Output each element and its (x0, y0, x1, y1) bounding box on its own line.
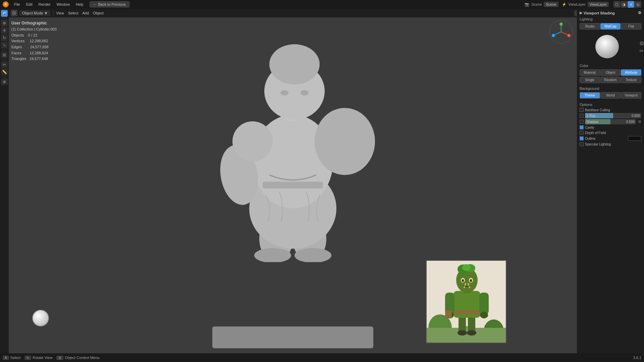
outline-color-picker[interactable] (628, 136, 641, 141)
gizmo-circle[interactable]: Y X Z (549, 20, 573, 44)
select-menu[interactable]: Select (68, 11, 78, 15)
specular-lighting-label: Specular Lighting (585, 142, 611, 146)
color-attribute-btn[interactable]: Attribute (621, 69, 641, 76)
menu-render[interactable]: Render (36, 2, 53, 7)
background-section: Background Theme World Viewport (577, 85, 644, 99)
svg-point-1 (13, 12, 15, 14)
mode-dropdown-icon: ▼ (44, 11, 48, 15)
shadow-bar[interactable]: Shadow 0.500 (585, 119, 636, 124)
color-random-btn[interactable]: Random (600, 77, 621, 83)
menu-file[interactable]: File (11, 2, 23, 7)
back-to-previous-button[interactable]: ← Back to Previous (90, 1, 130, 7)
version-label: 3.6.1 (633, 356, 641, 360)
rotate-tool[interactable]: ↻ (1, 35, 8, 41)
view-menu[interactable]: View (56, 11, 64, 15)
svg-point-25 (269, 44, 320, 84)
rotate-status: ↻ Rotate View (24, 356, 52, 360)
lighting-studio-btn[interactable]: Studio (580, 23, 600, 29)
lighting-btn-group: Studio MatCap Flat (580, 23, 641, 29)
context-status: ☰ Object Context Menu (56, 356, 99, 360)
background-viewport-btn[interactable]: Viewport (621, 92, 641, 99)
measure-tool[interactable]: 📏 (1, 69, 8, 75)
color-material-btn[interactable]: Material (580, 69, 600, 76)
object-mode-button[interactable]: Object Mode ▼ (19, 10, 50, 16)
sphere-collapse-icon[interactable]: ⇔ (639, 48, 644, 53)
collection-label: (1) Collection | Cylinder.003 (11, 26, 57, 33)
viewport-gizmo[interactable]: Y X Z (549, 20, 573, 44)
add-tool[interactable]: ⊕ (1, 78, 8, 85)
shadow-bar-label: Shadow (586, 120, 598, 124)
right-panel: ▶ Viewport Shading ⚙ Lighting Studio Mat… (577, 9, 644, 353)
context-label: Object Context Menu (65, 356, 99, 360)
top-menu-bar: B File Edit Render Window Help ← Back to… (0, 0, 644, 9)
svg-point-36 (458, 330, 467, 336)
viewport[interactable]: User Orthographic (1) Collection | Cylin… (9, 17, 577, 353)
depth-of-field-checkbox[interactable] (580, 131, 584, 135)
viewport-shading-header: ▶ Viewport Shading ⚙ (577, 9, 644, 16)
select-key: A (3, 356, 9, 360)
lighting-matcap-btn[interactable]: MatCap (600, 23, 621, 29)
xray-row: X-Ray 0.500 (577, 113, 644, 119)
cavity-checkbox[interactable] (580, 125, 584, 129)
xray-checkbox[interactable] (580, 114, 584, 118)
transform-tool[interactable]: ⊞ (1, 52, 8, 58)
viewlayer-selector[interactable]: ViewLayer (588, 2, 609, 7)
background-theme-btn[interactable]: Theme (580, 92, 600, 99)
color-texture-btn[interactable]: Texture (621, 77, 641, 83)
tool-separator-2 (2, 50, 7, 50)
background-btn-group: Theme World Viewport (580, 92, 641, 99)
background-world-btn[interactable]: World (600, 92, 621, 99)
sphere-expand-icon[interactable]: ⚙ (639, 40, 644, 47)
version-info: 3.6.1 (633, 356, 641, 360)
mini-sphere (32, 310, 49, 326)
shading-btn-4[interactable]: ◎ (635, 1, 641, 8)
shading-btn-3[interactable]: ● (628, 1, 634, 8)
object-menu[interactable]: Object (93, 11, 104, 15)
lighting-flat-btn[interactable]: Flat (621, 23, 641, 29)
menu-edit[interactable]: Edit (23, 2, 35, 7)
view-type-label: User Orthographic (11, 20, 57, 26)
menu-help[interactable]: Help (73, 2, 86, 7)
header-separator (53, 10, 53, 16)
outline-checkbox[interactable] (580, 136, 584, 140)
vertices-info: Vertices 12,288,862 (11, 38, 57, 44)
svg-rect-41 (479, 293, 489, 314)
xray-value: 0.500 (632, 114, 640, 118)
reference-image[interactable] (426, 260, 506, 343)
shading-btn-1[interactable]: ⬡ (613, 1, 620, 8)
cursor-tool[interactable]: ⊕ (1, 20, 8, 26)
svg-point-22 (232, 121, 273, 162)
viewport-shading-icon: ▶ (580, 11, 582, 15)
add-menu[interactable]: Add (83, 11, 89, 15)
svg-rect-39 (453, 310, 481, 314)
select-tool[interactable]: ↶ (1, 10, 8, 17)
menu-window[interactable]: Window (54, 2, 72, 7)
specular-lighting-checkbox[interactable] (580, 142, 584, 146)
move-tool[interactable]: ✛ (1, 27, 8, 34)
specular-lighting-row: Specular Lighting (577, 141, 644, 147)
svg-point-27 (301, 90, 309, 96)
annotate-tool[interactable]: ✏ (1, 61, 8, 68)
svg-point-37 (467, 330, 476, 336)
color-single-btn[interactable]: Single (580, 77, 600, 83)
shadow-gear-icon[interactable]: ⚙ (638, 120, 641, 124)
backface-culling-checkbox[interactable] (580, 108, 584, 112)
scene-selector[interactable]: Scene (544, 2, 558, 7)
outline-label: Outline (585, 137, 596, 140)
xray-bar[interactable]: X-Ray 0.500 (585, 113, 641, 118)
scene-label: Scene (531, 2, 542, 6)
backface-culling-row: Backface Culling (577, 107, 644, 113)
object-mode-icon (11, 10, 17, 16)
shadow-checkbox[interactable] (580, 120, 584, 124)
svg-point-21 (315, 108, 375, 175)
back-icon: ← (93, 2, 97, 6)
color-object-btn[interactable]: Object (600, 69, 621, 76)
panel-settings-icon[interactable]: ⚙ (638, 11, 641, 15)
bottom-status-bar: A Select ↻ Rotate View ☰ Object Context … (0, 353, 644, 362)
shadow-row: Shadow 0.500 ⚙ (577, 119, 644, 125)
shading-btn-2[interactable]: ◑ (621, 1, 627, 8)
xray-bar-label: X-Ray (586, 114, 596, 118)
context-icon: ☰ (56, 356, 63, 360)
scale-tool[interactable]: ⤡ (1, 42, 8, 49)
svg-point-52 (470, 279, 472, 282)
